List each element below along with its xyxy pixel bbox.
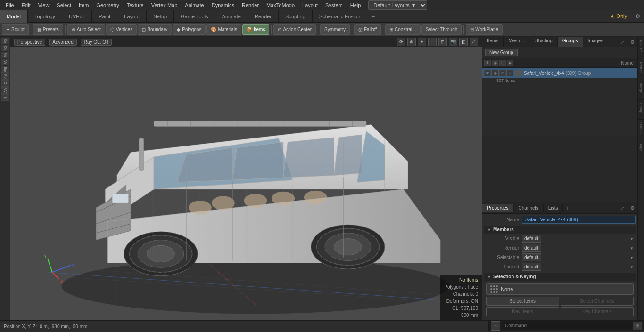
- strip-texture1[interactable]: Texture...: [638, 37, 644, 58]
- group-eye-icon[interactable]: 👁: [484, 70, 491, 76]
- group-row[interactable]: 👁 ◉ ⊞ ▷ Safari_Vehicle_4x4 (309) Group: [482, 68, 637, 78]
- right-tab-images[interactable]: Images: [583, 37, 609, 47]
- tab-model[interactable]: Model: [0, 10, 28, 23]
- menu-render[interactable]: Render: [238, 1, 263, 9]
- zoom-reset-icon[interactable]: ⊕: [407, 38, 416, 46]
- props-tab-lists[interactable]: Lists: [544, 204, 563, 212]
- sidebar-e[interactable]: E: [1, 94, 9, 101]
- orbit-icon[interactable]: ⟳: [397, 38, 405, 46]
- tab-animate[interactable]: Animate: [215, 10, 248, 23]
- tab-layout[interactable]: Layout: [117, 10, 147, 23]
- materials-button[interactable]: 🎨 Materials: [206, 24, 241, 35]
- perspective-btn[interactable]: Perspective: [14, 39, 45, 46]
- frame-icon[interactable]: ⊡: [438, 38, 447, 46]
- sidebar-ver[interactable]: Ve: [1, 59, 9, 65]
- menu-help[interactable]: Help: [347, 1, 365, 9]
- new-group-button[interactable]: New Group: [485, 49, 518, 56]
- menu-item[interactable]: Item: [75, 1, 92, 9]
- groups-list[interactable]: 👁 ◉ ⊞ ▷ Safari_Vehicle_4x4 (309) Group 3…: [482, 68, 637, 135]
- autoselect-button[interactable]: ⊕ Auto Select: [67, 24, 105, 35]
- boundary-button[interactable]: ◻ Boundary: [138, 24, 172, 35]
- tab-uvedit[interactable]: UVEdit: [62, 10, 92, 23]
- symmetry-button[interactable]: Symmetry: [320, 24, 350, 35]
- lock-col-icon[interactable]: ⊞: [499, 60, 506, 66]
- action-center-button[interactable]: ⊙ Action Center: [273, 24, 316, 35]
- tab-gametools[interactable]: Game Tools: [174, 10, 215, 23]
- props-tab-channels[interactable]: Channels: [514, 204, 544, 212]
- strip-group[interactable]: Group...: [638, 100, 644, 120]
- key-channels-button[interactable]: Key Channels: [561, 307, 634, 316]
- group-lock-icon[interactable]: ⊞: [499, 70, 506, 76]
- props-settings-icon[interactable]: ⚙: [627, 203, 637, 213]
- advanced-btn[interactable]: Advanced: [49, 39, 76, 46]
- right-tab-settings-icon[interactable]: ⚙: [627, 37, 637, 47]
- zoom-out-icon[interactable]: −: [428, 38, 437, 46]
- polygons-button[interactable]: ◆ Polygons: [173, 24, 206, 35]
- strip-texture2[interactable]: Texture...: [638, 58, 644, 80]
- workplane-button[interactable]: ⊟ WorkPlane: [466, 24, 503, 35]
- vertices-button[interactable]: ⬡ Vertices: [106, 24, 137, 35]
- tab-settings-icon[interactable]: ⚙: [632, 11, 644, 21]
- constraints-button[interactable]: ⊞ Constrai...: [385, 24, 421, 35]
- tab-star-only[interactable]: ★ Only: [605, 11, 632, 21]
- cmd-expand-button[interactable]: »: [491, 321, 500, 331]
- sidebar-em[interactable]: Em: [1, 66, 9, 73]
- render-col-icon[interactable]: ◉: [492, 60, 498, 66]
- layout-selector[interactable]: Default Layouts ▼: [368, 0, 427, 10]
- menu-texture[interactable]: Texture: [123, 1, 148, 9]
- menu-layout[interactable]: Layout: [298, 1, 322, 9]
- key-items-button[interactable]: Key Items: [486, 307, 559, 316]
- sidebar-mes[interactable]: Me: [1, 52, 9, 58]
- members-section[interactable]: ▼ Members: [484, 226, 636, 234]
- group-thumb-icon[interactable]: ▷: [507, 70, 513, 76]
- locked-select[interactable]: default: [522, 263, 541, 271]
- right-tab-groups[interactable]: Groups: [558, 37, 583, 47]
- props-tab-add[interactable]: +: [563, 203, 572, 213]
- eye-col-icon[interactable]: 👁: [484, 60, 491, 66]
- props-expand-icon[interactable]: ⤢: [617, 203, 627, 213]
- strip-tags[interactable]: Tags: [638, 140, 644, 154]
- tab-schematic[interactable]: Schematic Fusion: [313, 10, 367, 23]
- sidebar-c[interactable]: C: [1, 80, 9, 87]
- viewport[interactable]: Perspective Advanced Ray GL: Off ⟳ ⊕ + −…: [10, 37, 482, 320]
- sidebar-pol[interactable]: Po: [1, 73, 9, 80]
- menu-view[interactable]: View: [34, 1, 53, 9]
- right-tab-shading[interactable]: Shading: [530, 37, 558, 47]
- tab-setup[interactable]: Setup: [147, 10, 174, 23]
- menu-select[interactable]: Select: [53, 1, 75, 9]
- name-input[interactable]: [522, 216, 636, 224]
- menu-animate[interactable]: Animate: [181, 1, 207, 9]
- menu-file[interactable]: File: [2, 1, 18, 9]
- strip-userc[interactable]: User C...: [638, 120, 644, 141]
- raygl-btn[interactable]: Ray GL: Off: [81, 39, 112, 46]
- tab-paint[interactable]: Paint: [92, 10, 117, 23]
- select-through-button[interactable]: Select Through: [421, 24, 462, 35]
- sculpt-button[interactable]: ✦ Sculpt: [2, 24, 29, 35]
- visible-select[interactable]: default: [522, 235, 541, 243]
- expand-icon[interactable]: ⤢: [470, 38, 478, 46]
- right-tab-items[interactable]: Items: [482, 37, 504, 47]
- tab-scripting[interactable]: Scripting: [279, 10, 313, 23]
- sidebar-uv[interactable]: UV: [1, 87, 9, 94]
- menu-dynamics[interactable]: Dynamics: [208, 1, 238, 9]
- menu-edit[interactable]: Edit: [18, 1, 34, 9]
- cmd-icon[interactable]: ⊞: [633, 322, 642, 330]
- tab-add-button[interactable]: +: [367, 11, 379, 22]
- presets-button[interactable]: ▦ Presets: [33, 24, 63, 35]
- group-render-icon[interactable]: ◉: [492, 70, 498, 76]
- zoom-in-icon[interactable]: +: [418, 38, 426, 46]
- menu-system[interactable]: System: [322, 1, 347, 9]
- select-items-button[interactable]: Select Items: [486, 297, 559, 306]
- camera-icon[interactable]: 📷: [449, 38, 457, 46]
- tab-topology[interactable]: Topology: [28, 10, 62, 23]
- sidebar-de[interactable]: De: [1, 38, 9, 44]
- right-tab-expand-icon[interactable]: ⤢: [617, 37, 627, 47]
- type-col-icon[interactable]: ▶: [507, 60, 513, 66]
- items-button[interactable]: 📦 Items: [242, 24, 269, 35]
- selectable-select[interactable]: default: [522, 253, 541, 261]
- sel-keying-section[interactable]: ▼ Selection & Keying: [484, 273, 636, 281]
- menu-maxtomodo[interactable]: MaxToModo: [263, 1, 298, 9]
- sidebar-dup[interactable]: Du: [1, 45, 9, 51]
- menu-geometry[interactable]: Geometry: [92, 1, 123, 9]
- menu-vertexmap[interactable]: Vertex Map: [148, 1, 182, 9]
